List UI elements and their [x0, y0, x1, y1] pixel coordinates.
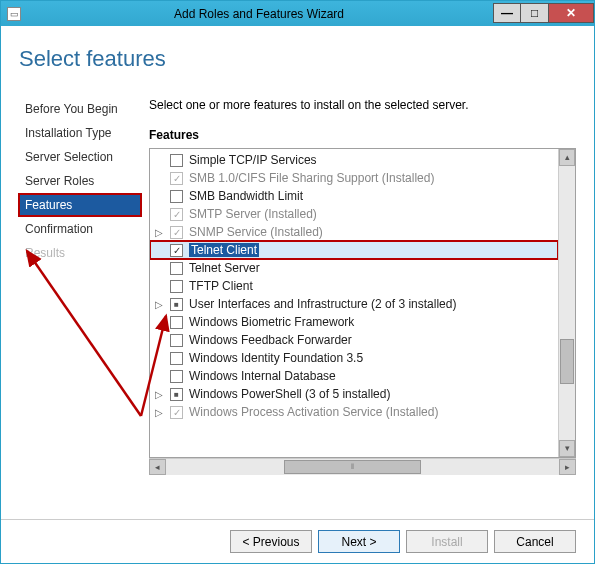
feature-label: SMB Bandwidth Limit: [189, 189, 303, 203]
page-title: Select features: [19, 46, 576, 72]
wizard-nav: Before You BeginInstallation TypeServer …: [19, 98, 149, 519]
nav-item-server-roles[interactable]: Server Roles: [19, 170, 141, 192]
feature-label: SNMP Service (Installed): [189, 225, 323, 239]
feature-label: Telnet Server: [189, 261, 260, 275]
expand-icon[interactable]: ▷: [154, 407, 164, 418]
instruction-text: Select one or more features to install o…: [149, 98, 576, 112]
feature-checkbox[interactable]: [170, 370, 183, 383]
feature-row[interactable]: Windows Biometric Framework: [150, 313, 558, 331]
scroll-right-arrow[interactable]: ▸: [559, 459, 576, 475]
feature-checkbox[interactable]: [170, 316, 183, 329]
minimize-button[interactable]: —: [493, 3, 521, 23]
feature-label: Windows Feedback Forwarder: [189, 333, 352, 347]
vertical-scrollbar[interactable]: ▴ ▾: [558, 149, 575, 457]
feature-row[interactable]: TFTP Client: [150, 277, 558, 295]
feature-row[interactable]: Telnet Server: [150, 259, 558, 277]
feature-row[interactable]: ▷SNMP Service (Installed): [150, 223, 558, 241]
feature-checkbox[interactable]: [170, 190, 183, 203]
expand-icon[interactable]: ▷: [154, 389, 164, 400]
wizard-window: ▭ Add Roles and Features Wizard — □ ✕ Se…: [0, 0, 595, 564]
feature-row[interactable]: ▷Windows Process Activation Service (Ins…: [150, 403, 558, 421]
titlebar: ▭ Add Roles and Features Wizard — □ ✕: [1, 1, 594, 26]
feature-row[interactable]: SMB 1.0/CIFS File Sharing Support (Insta…: [150, 169, 558, 187]
feature-label: Windows Identity Foundation 3.5: [189, 351, 363, 365]
horizontal-scrollbar[interactable]: ◂ ⦀ ▸: [149, 458, 576, 475]
feature-label: User Interfaces and Infrastructure (2 of…: [189, 297, 456, 311]
feature-row[interactable]: SMB Bandwidth Limit: [150, 187, 558, 205]
cancel-button[interactable]: Cancel: [494, 530, 576, 553]
feature-label: SMTP Server (Installed): [189, 207, 317, 221]
feature-checkbox[interactable]: [170, 280, 183, 293]
app-icon: ▭: [7, 7, 21, 21]
feature-label: TFTP Client: [189, 279, 253, 293]
feature-checkbox[interactable]: [170, 226, 183, 239]
features-list-box: Simple TCP/IP ServicesSMB 1.0/CIFS File …: [149, 148, 576, 458]
scroll-thumb-h[interactable]: ⦀: [284, 460, 422, 474]
feature-checkbox[interactable]: [170, 244, 183, 257]
expand-icon[interactable]: ▷: [154, 227, 164, 238]
features-list[interactable]: Simple TCP/IP ServicesSMB 1.0/CIFS File …: [150, 149, 558, 457]
feature-row[interactable]: Telnet Client: [150, 241, 558, 259]
feature-row[interactable]: SMTP Server (Installed): [150, 205, 558, 223]
feature-label: Windows Biometric Framework: [189, 315, 354, 329]
feature-row[interactable]: Windows Feedback Forwarder: [150, 331, 558, 349]
feature-checkbox[interactable]: [170, 172, 183, 185]
maximize-button[interactable]: □: [521, 3, 549, 23]
feature-checkbox[interactable]: [170, 208, 183, 221]
install-button[interactable]: Install: [406, 530, 488, 553]
feature-row[interactable]: ▷Windows PowerShell (3 of 5 installed): [150, 385, 558, 403]
scroll-thumb-v[interactable]: [560, 339, 574, 384]
feature-checkbox[interactable]: [170, 154, 183, 167]
expand-icon[interactable]: ▷: [154, 299, 164, 310]
close-button[interactable]: ✕: [549, 3, 594, 23]
feature-checkbox[interactable]: [170, 406, 183, 419]
nav-item-server-selection[interactable]: Server Selection: [19, 146, 141, 168]
feature-checkbox[interactable]: [170, 298, 183, 311]
feature-row[interactable]: ▷User Interfaces and Infrastructure (2 o…: [150, 295, 558, 313]
nav-item-confirmation[interactable]: Confirmation: [19, 218, 141, 240]
feature-label: Simple TCP/IP Services: [189, 153, 317, 167]
feature-checkbox[interactable]: [170, 352, 183, 365]
feature-label: Windows PowerShell (3 of 5 installed): [189, 387, 390, 401]
feature-label: Windows Internal Database: [189, 369, 336, 383]
nav-item-installation-type[interactable]: Installation Type: [19, 122, 141, 144]
window-title: Add Roles and Features Wizard: [25, 7, 493, 21]
wizard-footer: < Previous Next > Install Cancel: [1, 519, 594, 563]
feature-checkbox[interactable]: [170, 334, 183, 347]
nav-item-results: Results: [19, 242, 141, 264]
scroll-left-arrow[interactable]: ◂: [149, 459, 166, 475]
features-label: Features: [149, 128, 576, 142]
scroll-down-arrow[interactable]: ▾: [559, 440, 575, 457]
feature-label: Telnet Client: [189, 243, 259, 257]
next-button[interactable]: Next >: [318, 530, 400, 553]
feature-label: Windows Process Activation Service (Inst…: [189, 405, 438, 419]
scroll-up-arrow[interactable]: ▴: [559, 149, 575, 166]
feature-checkbox[interactable]: [170, 262, 183, 275]
nav-item-before-you-begin[interactable]: Before You Begin: [19, 98, 141, 120]
previous-button[interactable]: < Previous: [230, 530, 312, 553]
nav-item-features[interactable]: Features: [19, 194, 141, 216]
feature-row[interactable]: Windows Internal Database: [150, 367, 558, 385]
feature-row[interactable]: Windows Identity Foundation 3.5: [150, 349, 558, 367]
feature-checkbox[interactable]: [170, 388, 183, 401]
feature-label: SMB 1.0/CIFS File Sharing Support (Insta…: [189, 171, 434, 185]
feature-row[interactable]: Simple TCP/IP Services: [150, 151, 558, 169]
